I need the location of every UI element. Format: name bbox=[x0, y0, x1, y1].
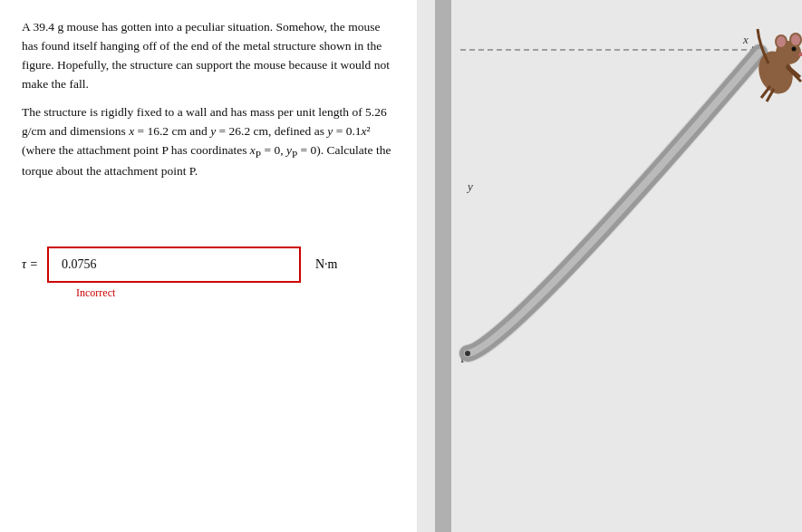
svg-point-7 bbox=[791, 34, 800, 45]
svg-point-5 bbox=[777, 36, 786, 47]
right-panel: x y P bbox=[417, 0, 802, 532]
answer-section: τ = 0.0756 N·m bbox=[22, 247, 395, 283]
left-panel: A 39.4 g mouse has gotten into a peculia… bbox=[0, 0, 417, 532]
x-label: x bbox=[742, 33, 749, 46]
tau-label: τ = bbox=[22, 257, 38, 272]
y-label: y bbox=[466, 179, 473, 193]
diagram-area: x y P bbox=[451, 0, 802, 532]
page-container: A 39.4 g mouse has gotten into a peculia… bbox=[0, 0, 802, 532]
problem-text: A 39.4 g mouse has gotten into a peculia… bbox=[22, 18, 395, 190]
p-dot bbox=[465, 351, 470, 356]
paragraph-2: The structure is rigidly fixed to a wall… bbox=[22, 103, 395, 181]
svg-point-8 bbox=[792, 47, 797, 52]
answer-input-box[interactable]: 0.0756 bbox=[47, 247, 301, 283]
paragraph-1: A 39.4 g mouse has gotten into a peculia… bbox=[22, 18, 395, 94]
mouse-figure bbox=[753, 29, 802, 102]
wall-bar bbox=[435, 0, 451, 532]
incorrect-label: Incorrect bbox=[76, 286, 395, 300]
diagram-svg: x y P bbox=[451, 0, 802, 532]
unit-label: N·m bbox=[315, 257, 338, 272]
